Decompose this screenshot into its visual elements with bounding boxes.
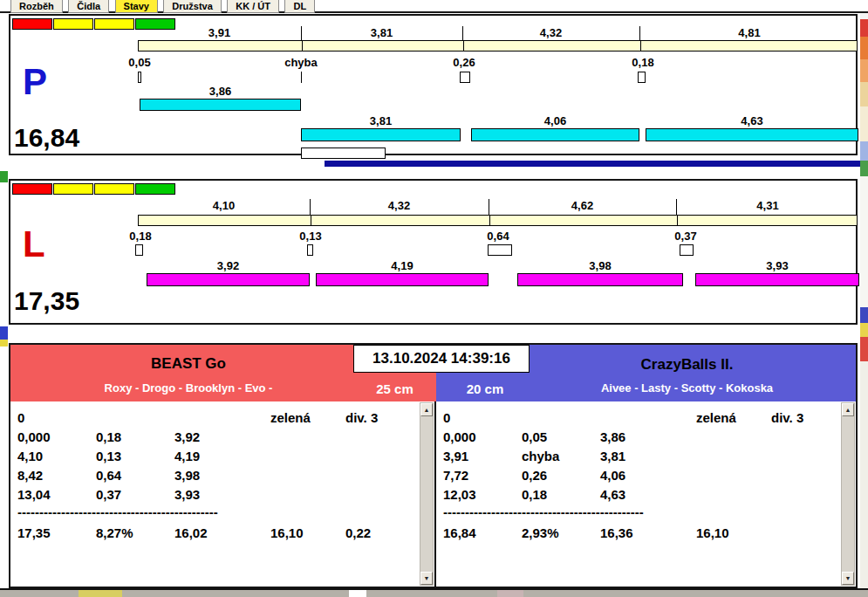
ruler-segment-label: 3,81 [301, 26, 462, 38]
light-green-icon [135, 183, 175, 195]
cell-value: 16,84 [443, 525, 476, 540]
cell-value: 3,98 [174, 468, 200, 483]
edge-color-segment [0, 326, 8, 340]
ruler-tick [302, 41, 303, 51]
run-time-bar [471, 128, 639, 141]
gap-value: 0,13 [280, 230, 341, 243]
lane-panel-p: 3,91 3,81 4,32 4,81 0,05 chyba 0,26 0,18… [9, 14, 858, 155]
lane-panel-l: 4,10 4,32 4,62 4,31 0,18 0,13 0,64 0,37 … [9, 179, 858, 325]
gap-marker-error [301, 72, 302, 83]
cell-value: 13,04 [17, 487, 51, 502]
team-left-distance: 25 cm [353, 381, 436, 396]
scroll-down-icon[interactable]: ▼ [420, 572, 433, 585]
gap-marker [488, 244, 512, 256]
cell-value: 16,02 [174, 525, 208, 540]
run-time-label: 3,86 [140, 85, 301, 98]
run-time-bar [301, 128, 461, 141]
gap-value: 0,37 [655, 230, 716, 243]
gap-marker [638, 72, 646, 83]
cell-value: 0,000 [17, 429, 51, 444]
tab-cidla[interactable]: Čidla [68, 0, 109, 13]
scroll-down-icon[interactable]: ▼ [842, 572, 854, 585]
edge-color-segment [860, 37, 868, 59]
run-time-label: 3,98 [517, 259, 683, 272]
cell-value: 0,37 [96, 487, 121, 502]
edge-color-segment [79, 590, 122, 597]
cell-value: 17,35 [17, 525, 51, 540]
edge-color-segment [860, 307, 868, 323]
ruler-segment-label: 4,31 [676, 199, 859, 211]
edge-color-segment [0, 340, 8, 347]
scroll-up-icon[interactable]: ▲ [842, 403, 854, 416]
gap-marker [135, 244, 143, 256]
edge-color-segment [860, 176, 868, 307]
cell-value: 0,13 [96, 449, 121, 463]
edge-color-segment [860, 106, 868, 141]
results-row: 7,72 0,26 4,06 [436, 468, 838, 484]
desktop-edge-strip-right [860, 0, 868, 597]
gap-marker [680, 244, 694, 256]
cell-value: 4,19 [174, 449, 200, 463]
position-slider[interactable] [301, 148, 386, 159]
edge-color-segment [860, 361, 868, 597]
edge-color-segment [860, 82, 868, 106]
time-ruler-p [138, 40, 858, 51]
divider-dashes: ----------------------------------------… [17, 504, 218, 519]
divider-dashes: ----------------------------------------… [443, 504, 644, 519]
run-time-label: 4,19 [316, 259, 489, 272]
cell-value: 12,03 [443, 487, 476, 502]
light-red-icon [12, 183, 52, 195]
scrollbar[interactable]: ▲ ▼ [420, 402, 434, 586]
tab-kk-ut[interactable]: KK / ÚT [227, 0, 279, 13]
cell-value: 0,64 [96, 468, 121, 483]
cell-value: 4,06 [600, 468, 625, 483]
ruler-tick [311, 216, 311, 225]
ruler-tick [640, 41, 641, 51]
edge-color-segment [860, 141, 868, 161]
edge-color-segment [0, 171, 8, 182]
ruler-segment-label: 4,32 [310, 199, 489, 211]
tab-stavy[interactable]: Stavy [115, 0, 158, 13]
edge-color-segment [860, 59, 868, 82]
team-right-players: Aivee - Lasty - Scotty - Kokoska [518, 381, 856, 395]
scroll-up-icon[interactable]: ▲ [420, 403, 433, 416]
cell-value: zelená [270, 410, 311, 425]
results-row: 3,91 chyba 3,81 [436, 449, 838, 464]
results-divider: ----------------------------------------… [10, 504, 417, 520]
tab-druzstva[interactable]: Družstva [163, 0, 221, 13]
light-red-icon [12, 18, 52, 30]
scrollbar[interactable]: ▲ ▼ [841, 402, 855, 586]
gap-marker [307, 244, 313, 256]
edge-color-segment [860, 323, 868, 337]
cell-value: 7,72 [443, 468, 468, 483]
cell-value: 0,26 [522, 468, 547, 483]
ruler-segment-label: 4,10 [138, 199, 310, 211]
results-row: 8,42 0,64 3,98 [10, 468, 417, 484]
run-time-label: 4,63 [646, 114, 858, 127]
cell-value: 16,36 [600, 525, 633, 540]
edge-color-segment [349, 590, 366, 597]
ruler-tick [677, 216, 678, 225]
edge-color-segment [860, 161, 868, 176]
cell-value: zelená [696, 410, 736, 425]
team-right-name: CrazyBalls II. [518, 356, 856, 374]
tab-rozbeh[interactable]: Rozběh [10, 0, 63, 13]
results-panel-right: 0 zelená div. 3 0,000 0,05 3,86 3,91 chy… [436, 401, 856, 587]
desktop-edge-strip-bottom [0, 588, 868, 597]
cell-value: 3,92 [174, 429, 200, 444]
ruler-segment-label: 3,91 [138, 26, 301, 38]
ruler-tick [489, 216, 490, 225]
tab-dl[interactable]: DL [284, 0, 315, 13]
flyball-timing-window: Rozběh Čidla Stavy Družstva KK / ÚT DL 3… [0, 0, 868, 597]
run-time-bar [517, 273, 683, 286]
cell-value: 0,22 [345, 525, 371, 540]
ruler-segment-label: 4,32 [462, 26, 639, 38]
edge-color-segment [497, 590, 523, 597]
gap-marker [138, 72, 141, 83]
cell-value: 0 [443, 410, 450, 425]
cell-value: 0 [17, 410, 24, 425]
results-totals-row: 16,84 2,93% 16,36 16,10 [436, 525, 838, 541]
light-yellow1-icon [53, 183, 93, 195]
ruler-tick [463, 41, 464, 51]
edge-color-segment [122, 590, 349, 597]
